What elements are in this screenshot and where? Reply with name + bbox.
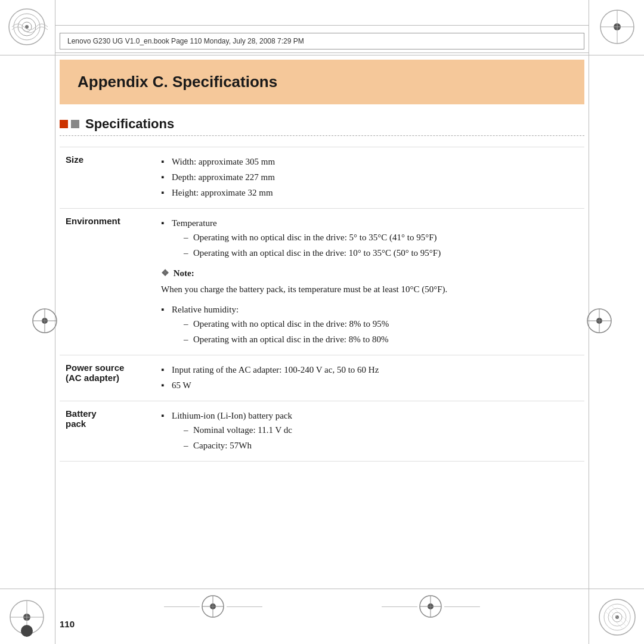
table-row-battery-pack: Batterypack Lithium-ion (Li-Ion) battery…: [60, 401, 584, 462]
env-bullet-list-humidity: Relative humidity: Operating with no opt…: [161, 302, 578, 346]
filepath-text: Lenovo G230 UG V1.0_en.book Page 110 Mon…: [67, 37, 304, 45]
list-item: Nominal voltage: 11.1 V dc: [184, 423, 578, 437]
spec-content-environment: Temperature Operating with no optical di…: [155, 209, 584, 355]
size-bullet-list: Width: approximate 305 mm Depth: approxi…: [161, 154, 578, 200]
list-item: Operating with no optical disc in the dr…: [184, 317, 578, 331]
note-icon: ❖: [161, 266, 169, 280]
env-dash-list-humidity: Operating with no optical disc in the dr…: [184, 317, 578, 346]
list-item: Relative humidity: Operating with no opt…: [161, 302, 578, 346]
section-heading: Specifications: [60, 116, 584, 136]
corner-decoration-tl: [6, 6, 54, 54]
list-item: Capacity: 57Wh: [184, 438, 578, 453]
env-bullet-list: Temperature Operating with no optical di…: [161, 216, 578, 260]
power-bullet-list: Input rating of the AC adapter: 100-240 …: [161, 363, 578, 392]
list-item: Lithium-ion (Li-Ion) battery pack Nomina…: [161, 408, 578, 453]
list-item: Operating with no optical disc in the dr…: [184, 230, 578, 244]
chapter-header: Appendix C. Specifications: [60, 60, 584, 104]
list-item: Input rating of the AC adapter: 100-240 …: [161, 363, 578, 377]
horizontal-line-bottom: [0, 589, 644, 589]
list-item: Operating with an optical disc in the dr…: [184, 332, 578, 346]
bottom-marks-row: [0, 593, 644, 620]
chapter-title: Appendix C. Specifications: [78, 73, 277, 91]
spec-content-battery: Lithium-ion (Li-Ion) battery pack Nomina…: [155, 401, 584, 462]
mid-reg-mark-left: [30, 306, 60, 338]
note-box: ❖ Note: When you charge the battery pack…: [161, 266, 578, 296]
table-row-power-source: Power source(AC adapter) Input rating of…: [60, 355, 584, 401]
bullet-gray: [71, 120, 79, 128]
spec-label-environment: Environment: [60, 209, 155, 355]
bullet-red: [60, 120, 68, 128]
env-dash-list-temp: Operating with no optical disc in the dr…: [184, 230, 578, 260]
filepath-bar: Lenovo G230 UG V1.0_en.book Page 110 Mon…: [60, 33, 584, 49]
main-content: Appendix C. Specifications Specification…: [60, 60, 584, 572]
spec-content-power: Input rating of the AC adapter: 100-240 …: [155, 355, 584, 401]
note-text: When you charge the battery pack, its te…: [161, 282, 578, 296]
bottom-mark-left: [164, 593, 262, 620]
list-item: Height: approximate 32 mm: [161, 185, 578, 200]
spec-label-size: Size: [60, 147, 155, 209]
spec-content-size: Width: approximate 305 mm Depth: approxi…: [155, 147, 584, 209]
spec-label-power: Power source(AC adapter): [60, 355, 155, 401]
note-label: Note:: [174, 268, 194, 278]
bottom-mark-right: [382, 593, 480, 620]
battery-dash-list: Nominal voltage: 11.1 V dc Capacity: 57W…: [184, 423, 578, 453]
horizontal-line-top: [0, 55, 644, 55]
hline-filepath-bottom: [55, 52, 589, 53]
table-row-environment: Environment Temperature Operating with n…: [60, 209, 584, 355]
list-item: Operating with an optical disc in the dr…: [184, 246, 578, 260]
hline-filepath-top: [55, 25, 589, 26]
specs-table: Size Width: approximate 305 mm Depth: ap…: [60, 147, 584, 462]
list-item: Width: approximate 305 mm: [161, 154, 578, 169]
spec-label-battery: Batterypack: [60, 401, 155, 462]
section-bullets: [60, 120, 79, 128]
svg-point-13: [21, 625, 33, 637]
section-title: Specifications: [85, 116, 174, 132]
note-title: ❖ Note:: [161, 266, 578, 280]
table-row-size: Size Width: approximate 305 mm Depth: ap…: [60, 147, 584, 209]
battery-bullet-list: Lithium-ion (Li-Ion) battery pack Nomina…: [161, 408, 578, 453]
mid-reg-mark-right: [584, 306, 614, 338]
page-number: 110: [60, 619, 75, 629]
corner-decoration-tr: [590, 6, 638, 54]
list-item: Temperature Operating with no optical di…: [161, 216, 578, 260]
list-item: 65 W: [161, 378, 578, 392]
list-item: Depth: approximate 227 mm: [161, 170, 578, 184]
